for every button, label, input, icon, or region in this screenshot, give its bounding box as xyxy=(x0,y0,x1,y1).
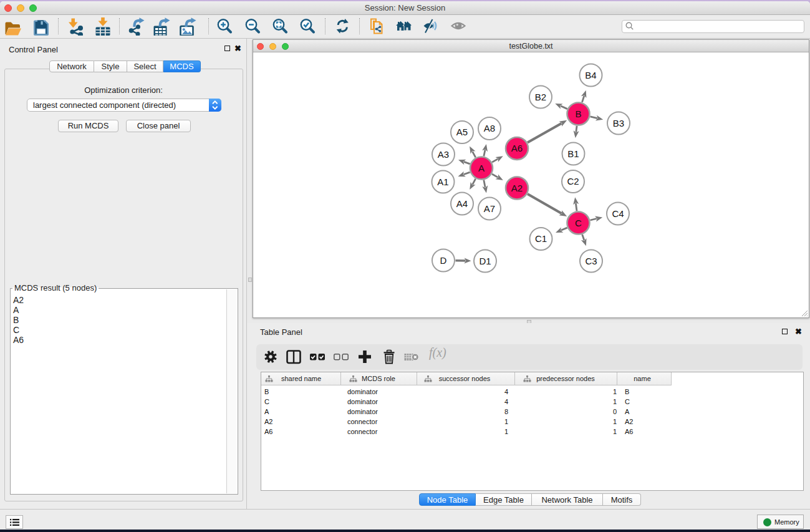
svg-text:A8: A8 xyxy=(484,123,495,133)
svg-text:A4: A4 xyxy=(456,198,468,209)
svg-text:C4: C4 xyxy=(612,208,624,219)
svg-text:A6: A6 xyxy=(511,143,523,153)
svg-text:D1: D1 xyxy=(479,256,491,266)
svg-text:A2: A2 xyxy=(511,183,523,193)
svg-text:B3: B3 xyxy=(613,118,624,128)
svg-text:A3: A3 xyxy=(438,149,449,160)
svg-text:B2: B2 xyxy=(535,92,546,102)
svg-text:A1: A1 xyxy=(437,177,448,187)
svg-text:C1: C1 xyxy=(535,233,547,244)
svg-text:B1: B1 xyxy=(567,148,579,159)
svg-text:D: D xyxy=(440,255,447,266)
svg-text:C2: C2 xyxy=(567,176,579,186)
svg-text:A7: A7 xyxy=(484,203,495,214)
svg-text:A5: A5 xyxy=(456,127,468,137)
svg-text:C3: C3 xyxy=(585,256,597,266)
svg-text:C: C xyxy=(575,218,582,228)
svg-text:B4: B4 xyxy=(585,70,596,80)
svg-text:B: B xyxy=(575,109,581,119)
svg-text:A: A xyxy=(478,163,485,173)
